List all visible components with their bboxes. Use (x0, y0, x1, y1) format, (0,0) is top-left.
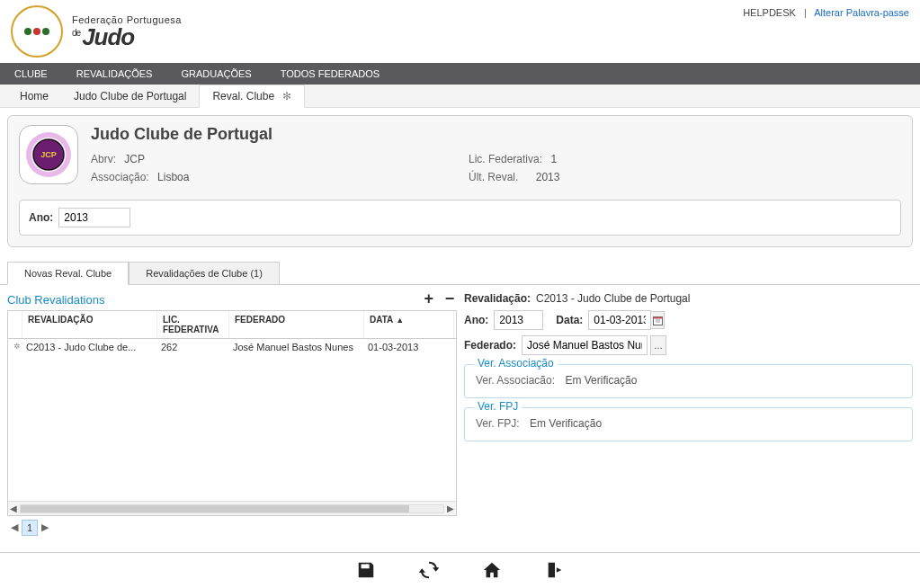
detail-reval-value: C2013 - Judo Clube de Portugal (536, 292, 690, 305)
home-icon (482, 560, 502, 580)
pager-next[interactable]: ▶ (38, 520, 52, 536)
crumb-reval[interactable]: Reval. Clube ✻ (199, 85, 305, 108)
detail-data-input[interactable] (588, 310, 651, 330)
year-label: Ano: (29, 211, 53, 224)
club-logo: JCP (19, 125, 78, 184)
tab-novas-reval[interactable]: Novas Reval. Clube (7, 262, 129, 285)
detail-fed-label: Federado: (464, 339, 516, 352)
table-row[interactable]: ✲ C2013 - Judo Clube de... 262 José Manu… (8, 339, 456, 355)
main-nav: CLUBE REVALIDAÇÕES GRADUAÇÕES TODOS FEDE… (0, 63, 920, 85)
footer-toolbar: Guardar Atualizar Home Sair (0, 552, 920, 588)
grid-header: REVALIDAÇÃO LIC. FEDERATIVA FEDERADO DAT… (8, 311, 456, 339)
club-title: Judo Clube de Portugal (91, 125, 901, 144)
crumb-club[interactable]: Judo Clube de Portugal (61, 85, 199, 107)
ver-fpj-value: Em Verificação (530, 417, 602, 430)
revalidations-grid: REVALIDAÇÃO LIC. FEDERATIVA FEDERADO DAT… (7, 310, 457, 516)
svg-rect-4 (366, 565, 368, 568)
breadcrumb-bar: Home Judo Clube de Portugal Reval. Clube… (0, 85, 920, 108)
tab-reval-clube[interactable]: Revalidações de Clube (1) (129, 262, 280, 284)
nav-todos-federados[interactable]: TODOS FEDERADOS (266, 63, 394, 85)
detail-fed-input[interactable] (522, 335, 648, 355)
ver-associacao-title: Ver. Associação (474, 357, 558, 370)
horizontal-scrollbar[interactable]: ◀ ▶ (8, 501, 456, 515)
federation-logo (11, 5, 63, 58)
ver-associacao-label: Ver. Associacão: (476, 374, 555, 387)
ver-fpj-label: Ver. FPJ: (476, 417, 520, 430)
col-data[interactable]: DATA▲ (364, 311, 454, 338)
abrv-value: JCP (124, 153, 145, 165)
cell-fed: José Manuel Bastos Nunes (228, 339, 362, 355)
ver-fpj-title: Ver. FPJ (474, 400, 522, 413)
assoc-value: Lisboa (157, 171, 189, 183)
remove-icon[interactable]: − (442, 292, 457, 307)
col-lic[interactable]: LIC. FEDERATIVA (157, 311, 229, 338)
detail-reval-label: Revalidação: (464, 292, 536, 305)
svg-rect-1 (653, 316, 662, 318)
close-icon[interactable]: ✻ (282, 90, 291, 102)
ult-label: Últ. Reval. (469, 171, 518, 183)
ult-value: 2013 (536, 171, 560, 183)
lookup-icon[interactable]: … (650, 335, 666, 355)
lic-label: Lic. Federativa: (469, 153, 542, 165)
detail-ano-label: Ano: (464, 314, 488, 326)
pager-prev[interactable]: ◀ (7, 520, 22, 536)
sub-tabs: Novas Reval. Clube Revalidações de Clube… (0, 262, 920, 285)
crumb-reval-label: Reval. Clube (212, 90, 274, 102)
club-info-panel: JCP Judo Clube de Portugal Abrv: JCP Lic… (7, 115, 913, 247)
year-input[interactable] (58, 208, 130, 227)
nav-clube[interactable]: CLUBE (0, 63, 62, 85)
helpdesk-link[interactable]: HELPDESK (743, 7, 796, 18)
home-button[interactable]: Home (460, 560, 523, 588)
pager: ◀ 1 ▶ (7, 520, 457, 536)
calendar-icon[interactable] (650, 311, 665, 329)
refresh-icon (419, 560, 439, 580)
col-revalidacao[interactable]: REVALIDAÇÃO (22, 311, 157, 338)
assoc-label: Associação: (91, 171, 149, 183)
separator: | (804, 7, 807, 18)
refresh-button[interactable]: Atualizar (397, 560, 460, 588)
loading-icon: ✲ (8, 339, 21, 355)
crumb-home[interactable]: Home (7, 85, 61, 107)
lic-value: 1 (550, 153, 557, 165)
scroll-left-icon[interactable]: ◀ (10, 503, 17, 513)
cell-reval: C2013 - Judo Clube de... (21, 339, 156, 355)
detail-data-label: Data: (556, 314, 583, 326)
exit-icon (545, 560, 565, 580)
brand-name: deJudo (72, 25, 182, 49)
ver-associacao-box: Ver. Associação Ver. Associacão: Em Veri… (464, 364, 913, 398)
abrv-label: Abrv: (91, 153, 116, 165)
add-icon[interactable]: + (422, 292, 436, 307)
sort-asc-icon: ▲ (396, 316, 404, 325)
grid-title: Club Revalidations (7, 293, 104, 307)
nav-graduacoes[interactable]: GRADUAÇÕES (166, 63, 265, 85)
pager-page[interactable]: 1 (22, 520, 38, 536)
col-federado[interactable]: FEDERADO (229, 311, 364, 338)
cell-lic: 262 (156, 339, 228, 355)
ver-associacao-value: Em Verificação (565, 374, 637, 387)
save-button[interactable]: Guardar (335, 560, 397, 588)
ver-fpj-box: Ver. FPJ Ver. FPJ: Em Verificação (464, 407, 913, 441)
cell-data: 01-03-2013 (362, 339, 452, 355)
save-icon (356, 560, 376, 580)
detail-ano-input[interactable] (494, 310, 543, 330)
exit-button[interactable]: Sair (523, 560, 586, 588)
scroll-right-icon[interactable]: ▶ (447, 503, 454, 513)
year-filter: Ano: (19, 200, 901, 236)
change-password-link[interactable]: Alterar Palavra-passe (814, 7, 909, 18)
nav-revalidacoes[interactable]: REVALIDAÇÕES (62, 63, 167, 85)
